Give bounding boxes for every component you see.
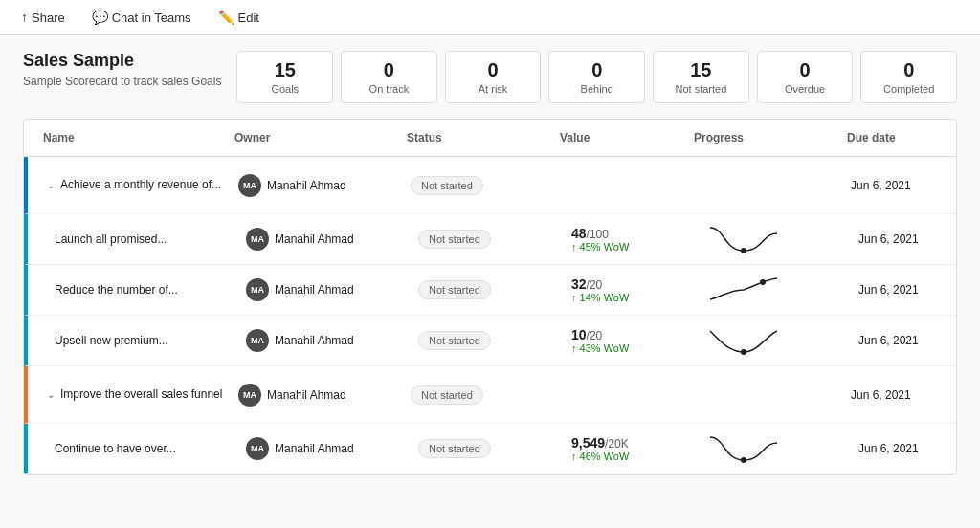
due-date-cell-4: Jun 6, 2021 — [843, 383, 957, 407]
main-content: Sales Sample Sample Scorecard to track s… — [0, 35, 980, 528]
teams-icon: 💬 — [92, 10, 108, 25]
name-cell-4: ⌄Improve the overall sales funnel — [39, 381, 231, 408]
table-row-0: ⌄Achieve a monthly revenue of... MA Mana… — [24, 157, 956, 214]
stat-label-at-risk: At risk — [461, 83, 525, 95]
owner-name-5: Manahil Ahmad — [275, 442, 354, 455]
owner-name-4: Manahil Ahmad — [267, 388, 346, 402]
stat-number-behind: 0 — [565, 59, 629, 81]
status-badge-1: Not started — [418, 230, 491, 249]
svg-point-3 — [741, 457, 746, 463]
header-cell-owner: Owner — [227, 127, 399, 148]
value-wow-3: ↑ 43% WoW — [571, 342, 690, 354]
table-row-3: Upsell new premium... MA Manahil Ahmad N… — [24, 316, 956, 366]
share-label: Share — [32, 11, 65, 25]
avatar-3: MA — [246, 329, 269, 352]
value-main-2: 32/20 — [571, 278, 602, 292]
value-wow-5: ↑ 46% WoW — [571, 451, 690, 462]
status-cell-2: Not started — [411, 275, 564, 305]
stat-card-completed: 0 Completed — [860, 51, 957, 103]
owner-cell-3: MA Manahil Ahmad — [238, 323, 411, 358]
owner-name-3: Manahil Ahmad — [275, 334, 354, 347]
status-cell-3: Not started — [411, 325, 564, 356]
due-date-cell-5: Jun 6, 2021 — [851, 436, 957, 461]
table-row-2: Reduce the number of... MA Manahil Ahmad… — [24, 265, 956, 316]
page-subtitle: Sample Scorecard to track sales Goals — [23, 75, 221, 88]
header-cell-due-date: Due date — [839, 127, 954, 148]
status-badge-2: Not started — [418, 280, 491, 299]
sparkline-2 — [705, 271, 782, 309]
svg-point-2 — [741, 349, 746, 355]
header-cell-name: Name — [35, 127, 227, 148]
stat-label-on-track: On track — [357, 83, 421, 95]
owner-cell-5: MA Manahil Ahmad — [238, 431, 411, 466]
name-cell-0: ⌄Achieve a monthly revenue of... — [39, 171, 231, 199]
stat-label-completed: Completed — [877, 83, 941, 95]
progress-cell-3 — [698, 316, 851, 365]
value-wow-1: ↑ 45% WoW — [571, 241, 690, 253]
owner-cell-4: MA Manahil Ahmad — [231, 378, 403, 412]
avatar-2: MA — [246, 278, 269, 301]
stat-number-on-track: 0 — [357, 59, 421, 81]
table-row-1: Launch all promised... MA Manahil Ahmad … — [24, 214, 956, 265]
table-row-4: ⌄Improve the overall sales funnel MA Man… — [24, 366, 956, 424]
row-name-3: Upsell new premium... — [55, 333, 168, 349]
stat-number-at-risk: 0 — [461, 59, 525, 81]
topbar: ↑ Share 💬 Chat in Teams ✏️ Edit — [0, 0, 980, 35]
value-main-5: 9,549/20K — [571, 437, 629, 451]
name-cell-2: Reduce the number of... — [47, 276, 238, 304]
progress-cell-4 — [690, 389, 843, 401]
value-main-1: 48/100 — [571, 228, 609, 241]
header-cell-status: Status — [399, 127, 552, 148]
page-title: Sales Sample — [23, 51, 221, 71]
owner-name-1: Manahil Ahmad — [275, 232, 354, 246]
stat-label-overdue: Overdue — [773, 83, 837, 95]
due-date-cell-0: Jun 6, 2021 — [843, 173, 957, 198]
share-button[interactable]: ↑ Share — [15, 6, 71, 29]
stat-number-goals: 15 — [253, 59, 317, 81]
header-cell-notes: Notes — [954, 127, 957, 148]
status-cell-1: Not started — [411, 224, 564, 254]
avatar-5: MA — [246, 437, 269, 460]
stat-number-completed: 0 — [877, 59, 941, 81]
avatar-4: MA — [238, 384, 261, 407]
table-row-5: Continue to have over... MA Manahil Ahma… — [24, 424, 956, 474]
table-body: ⌄Achieve a monthly revenue of... MA Mana… — [24, 157, 956, 474]
edit-button[interactable]: ✏️ Edit — [212, 6, 265, 29]
name-cell-3: Upsell new premium... — [47, 327, 238, 355]
stat-card-overdue: 0 Overdue — [757, 51, 854, 103]
owner-cell-0: MA Manahil Ahmad — [231, 168, 403, 203]
owner-name-2: Manahil Ahmad — [275, 283, 354, 297]
due-date-cell-1: Jun 6, 2021 — [851, 227, 957, 252]
status-cell-5: Not started — [411, 433, 564, 464]
stat-label-not-started: Not started — [669, 83, 733, 95]
stats-row: 15 Goals 0 On track 0 At risk 0 Behind 1… — [236, 51, 957, 103]
name-cell-5: Continue to have over... — [47, 435, 238, 463]
stat-number-overdue: 0 — [773, 59, 837, 81]
owner-cell-2: MA Manahil Ahmad — [238, 273, 411, 307]
stat-label-behind: Behind — [565, 83, 629, 95]
value-wow-2: ↑ 14% WoW — [571, 292, 690, 303]
row-name-5: Continue to have over... — [55, 441, 176, 457]
owner-name-0: Manahil Ahmad — [267, 179, 346, 192]
value-cell-4 — [556, 389, 690, 401]
header-cell-progress: Progress — [686, 127, 839, 148]
value-cell-2: 32/20 ↑ 14% WoW — [564, 271, 698, 309]
edit-label: Edit — [238, 11, 259, 25]
sparkline-5 — [705, 429, 782, 468]
value-cell-5: 9,549/20K ↑ 46% WoW — [564, 429, 698, 468]
header-cell-value: Value — [552, 127, 686, 148]
stat-card-goals: 15 Goals — [236, 51, 333, 103]
due-date-cell-2: Jun 6, 2021 — [851, 277, 957, 302]
chevron-icon-4[interactable]: ⌄ — [47, 389, 55, 400]
status-cell-0: Not started — [403, 170, 556, 201]
value-main-3: 10/20 — [571, 329, 602, 342]
status-badge-4: Not started — [411, 385, 483, 405]
progress-cell-0 — [690, 180, 843, 191]
chat-in-teams-button[interactable]: 💬 Chat in Teams — [86, 6, 197, 29]
owner-cell-1: MA Manahil Ahmad — [238, 222, 411, 256]
header-section: Sales Sample Sample Scorecard to track s… — [23, 51, 957, 103]
sparkline-3 — [705, 321, 782, 360]
progress-cell-2 — [698, 265, 851, 315]
row-name-2: Reduce the number of... — [55, 282, 178, 298]
chevron-icon-0[interactable]: ⌄ — [47, 180, 55, 190]
